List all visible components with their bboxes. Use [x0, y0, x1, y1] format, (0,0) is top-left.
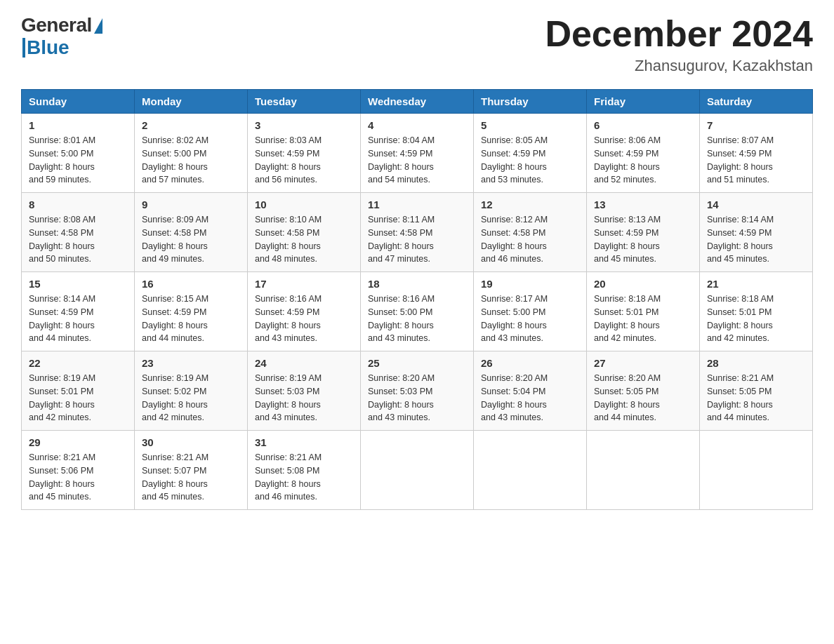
calendar-cell: 27 Sunrise: 8:20 AM Sunset: 5:05 PM Dayl…: [587, 351, 700, 431]
day-info: Sunrise: 8:09 AM Sunset: 4:58 PM Dayligh…: [142, 213, 240, 266]
day-info: Sunrise: 8:07 AM Sunset: 4:59 PM Dayligh…: [707, 134, 805, 187]
calendar-cell: [474, 431, 587, 510]
day-number: 30: [142, 436, 240, 448]
day-number: 14: [707, 199, 805, 210]
day-number: 31: [255, 436, 353, 448]
calendar-cell: 12 Sunrise: 8:12 AM Sunset: 4:58 PM Dayl…: [474, 193, 587, 272]
logo: General Blue: [21, 14, 102, 59]
day-info: Sunrise: 8:21 AM Sunset: 5:06 PM Dayligh…: [29, 451, 127, 504]
header-row: SundayMondayTuesdayWednesdayThursdayFrid…: [22, 90, 813, 114]
day-info: Sunrise: 8:08 AM Sunset: 4:58 PM Dayligh…: [29, 213, 127, 266]
day-info: Sunrise: 8:20 AM Sunset: 5:04 PM Dayligh…: [481, 372, 579, 424]
calendar-header: SundayMondayTuesdayWednesdayThursdayFrid…: [22, 90, 813, 114]
day-info: Sunrise: 8:20 AM Sunset: 5:05 PM Dayligh…: [594, 372, 692, 424]
day-number: 4: [368, 119, 466, 131]
day-info: Sunrise: 8:18 AM Sunset: 5:01 PM Dayligh…: [594, 293, 692, 345]
calendar-cell: 13 Sunrise: 8:13 AM Sunset: 4:59 PM Dayl…: [587, 193, 700, 272]
logo-blue-text: Blue: [27, 36, 70, 59]
day-info: Sunrise: 8:14 AM Sunset: 4:59 PM Dayligh…: [29, 293, 127, 345]
day-info: Sunrise: 8:18 AM Sunset: 5:01 PM Dayligh…: [707, 293, 805, 345]
day-info: Sunrise: 8:02 AM Sunset: 5:00 PM Dayligh…: [142, 134, 240, 187]
calendar-cell: 1 Sunrise: 8:01 AM Sunset: 5:00 PM Dayli…: [22, 114, 135, 193]
calendar-cell: 16 Sunrise: 8:15 AM Sunset: 4:59 PM Dayl…: [135, 272, 248, 351]
day-info: Sunrise: 8:10 AM Sunset: 4:58 PM Dayligh…: [255, 213, 353, 266]
day-number: 9: [142, 199, 240, 210]
day-number: 7: [707, 119, 805, 131]
day-number: 11: [368, 199, 466, 210]
calendar-table: SundayMondayTuesdayWednesdayThursdayFrid…: [21, 89, 813, 510]
calendar-cell: 31 Sunrise: 8:21 AM Sunset: 5:08 PM Dayl…: [248, 431, 361, 510]
calendar-cell: 14 Sunrise: 8:14 AM Sunset: 4:59 PM Dayl…: [700, 193, 813, 272]
day-number: 19: [481, 278, 579, 290]
day-info: Sunrise: 8:17 AM Sunset: 5:00 PM Dayligh…: [481, 293, 579, 345]
day-number: 23: [142, 357, 240, 369]
day-number: 17: [255, 278, 353, 290]
week-row-1: 1 Sunrise: 8:01 AM Sunset: 5:00 PM Dayli…: [22, 114, 813, 193]
calendar-cell: 15 Sunrise: 8:14 AM Sunset: 4:59 PM Dayl…: [22, 272, 135, 351]
day-info: Sunrise: 8:01 AM Sunset: 5:00 PM Dayligh…: [29, 134, 127, 187]
calendar-cell: 7 Sunrise: 8:07 AM Sunset: 4:59 PM Dayli…: [700, 114, 813, 193]
day-info: Sunrise: 8:19 AM Sunset: 5:03 PM Dayligh…: [255, 372, 353, 424]
header-tuesday: Tuesday: [248, 90, 361, 114]
header-thursday: Thursday: [474, 90, 587, 114]
day-info: Sunrise: 8:06 AM Sunset: 4:59 PM Dayligh…: [594, 134, 692, 187]
day-info: Sunrise: 8:21 AM Sunset: 5:08 PM Dayligh…: [255, 451, 353, 504]
day-number: 12: [481, 199, 579, 210]
calendar-cell: 4 Sunrise: 8:04 AM Sunset: 4:59 PM Dayli…: [361, 114, 474, 193]
day-number: 5: [481, 119, 579, 131]
header-saturday: Saturday: [700, 90, 813, 114]
calendar-cell: 22 Sunrise: 8:19 AM Sunset: 5:01 PM Dayl…: [22, 351, 135, 431]
month-year-title: December 2024: [545, 14, 813, 54]
day-number: 24: [255, 357, 353, 369]
header-sunday: Sunday: [22, 90, 135, 114]
day-info: Sunrise: 8:21 AM Sunset: 5:07 PM Dayligh…: [142, 451, 240, 504]
day-number: 27: [594, 357, 692, 369]
day-number: 6: [594, 119, 692, 131]
calendar-cell: 19 Sunrise: 8:17 AM Sunset: 5:00 PM Dayl…: [474, 272, 587, 351]
day-info: Sunrise: 8:14 AM Sunset: 4:59 PM Dayligh…: [707, 213, 805, 266]
calendar-cell: [361, 431, 474, 510]
day-info: Sunrise: 8:15 AM Sunset: 4:59 PM Dayligh…: [142, 293, 240, 345]
calendar-cell: 5 Sunrise: 8:05 AM Sunset: 4:59 PM Dayli…: [474, 114, 587, 193]
logo-triangle-icon: [94, 18, 102, 34]
day-info: Sunrise: 8:16 AM Sunset: 5:00 PM Dayligh…: [368, 293, 466, 345]
day-info: Sunrise: 8:11 AM Sunset: 4:58 PM Dayligh…: [368, 213, 466, 266]
calendar-cell: 10 Sunrise: 8:10 AM Sunset: 4:58 PM Dayl…: [248, 193, 361, 272]
day-number: 28: [707, 357, 805, 369]
calendar-cell: 29 Sunrise: 8:21 AM Sunset: 5:06 PM Dayl…: [22, 431, 135, 510]
calendar-cell: 21 Sunrise: 8:18 AM Sunset: 5:01 PM Dayl…: [700, 272, 813, 351]
day-info: Sunrise: 8:03 AM Sunset: 4:59 PM Dayligh…: [255, 134, 353, 187]
day-number: 22: [29, 357, 127, 369]
calendar-cell: 30 Sunrise: 8:21 AM Sunset: 5:07 PM Dayl…: [135, 431, 248, 510]
calendar-cell: 18 Sunrise: 8:16 AM Sunset: 5:00 PM Dayl…: [361, 272, 474, 351]
day-number: 16: [142, 278, 240, 290]
day-number: 1: [29, 119, 127, 131]
day-number: 3: [255, 119, 353, 131]
day-number: 8: [29, 199, 127, 210]
calendar-cell: [700, 431, 813, 510]
calendar-cell: 20 Sunrise: 8:18 AM Sunset: 5:01 PM Dayl…: [587, 272, 700, 351]
logo-general-text: General: [21, 14, 92, 36]
calendar-cell: 25 Sunrise: 8:20 AM Sunset: 5:03 PM Dayl…: [361, 351, 474, 431]
day-number: 10: [255, 199, 353, 210]
header-friday: Friday: [587, 90, 700, 114]
day-number: 20: [594, 278, 692, 290]
day-info: Sunrise: 8:16 AM Sunset: 4:59 PM Dayligh…: [255, 293, 353, 345]
day-info: Sunrise: 8:04 AM Sunset: 4:59 PM Dayligh…: [368, 134, 466, 187]
calendar-cell: 6 Sunrise: 8:06 AM Sunset: 4:59 PM Dayli…: [587, 114, 700, 193]
day-info: Sunrise: 8:12 AM Sunset: 4:58 PM Dayligh…: [481, 213, 579, 266]
calendar-cell: 23 Sunrise: 8:19 AM Sunset: 5:02 PM Dayl…: [135, 351, 248, 431]
day-number: 21: [707, 278, 805, 290]
week-row-5: 29 Sunrise: 8:21 AM Sunset: 5:06 PM Dayl…: [22, 431, 813, 510]
calendar-cell: 17 Sunrise: 8:16 AM Sunset: 4:59 PM Dayl…: [248, 272, 361, 351]
day-info: Sunrise: 8:19 AM Sunset: 5:01 PM Dayligh…: [29, 372, 127, 424]
calendar-cell: 28 Sunrise: 8:21 AM Sunset: 5:05 PM Dayl…: [700, 351, 813, 431]
day-info: Sunrise: 8:20 AM Sunset: 5:03 PM Dayligh…: [368, 372, 466, 424]
calendar-cell: [587, 431, 700, 510]
week-row-3: 15 Sunrise: 8:14 AM Sunset: 4:59 PM Dayl…: [22, 272, 813, 351]
day-number: 26: [481, 357, 579, 369]
day-info: Sunrise: 8:13 AM Sunset: 4:59 PM Dayligh…: [594, 213, 692, 266]
week-row-2: 8 Sunrise: 8:08 AM Sunset: 4:58 PM Dayli…: [22, 193, 813, 272]
day-number: 25: [368, 357, 466, 369]
header-wednesday: Wednesday: [361, 90, 474, 114]
